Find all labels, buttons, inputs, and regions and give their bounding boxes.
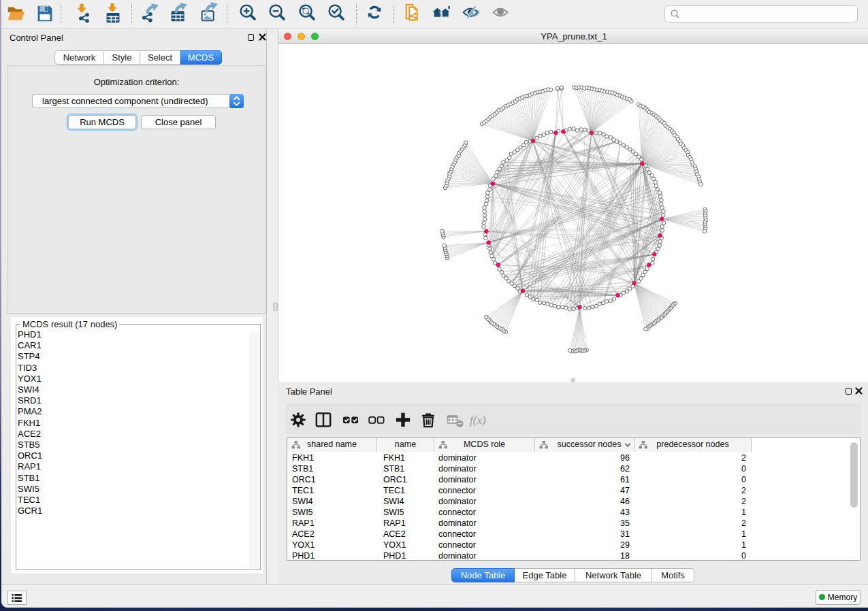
svg-text:f(x): f(x) [470, 414, 486, 427]
